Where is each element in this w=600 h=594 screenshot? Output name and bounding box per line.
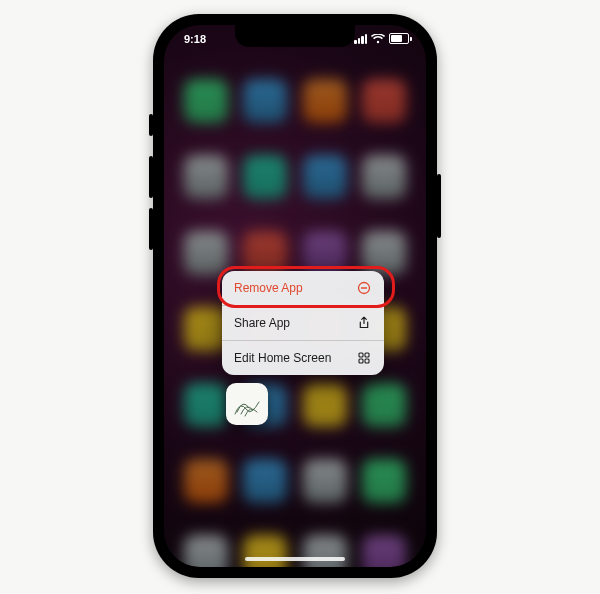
volume-up-button[interactable] [149,156,153,198]
volume-down-button[interactable] [149,208,153,250]
menu-item-label: Share App [234,316,290,330]
iphone-frame: 9:18 [153,14,437,578]
menu-item-label: Remove App [234,281,303,295]
battery-icon [389,33,412,44]
menu-item-label: Edit Home Screen [234,351,331,365]
phone-screen: 9:18 [164,25,426,567]
share-icon [356,315,372,331]
mute-switch[interactable] [149,114,153,136]
notch [235,25,355,47]
app-context-menu: Remove App Share App Edi [222,271,384,375]
svg-rect-5 [365,359,369,363]
power-button[interactable] [437,174,441,238]
remove-icon [356,280,372,296]
home-indicator[interactable] [245,557,345,561]
svg-rect-2 [359,353,363,357]
remove-app-button[interactable]: Remove App [222,271,384,306]
share-app-button[interactable]: Share App [222,306,384,341]
edit-home-screen-button[interactable]: Edit Home Screen [222,341,384,375]
selected-app-icon[interactable] [226,383,268,425]
svg-rect-4 [359,359,363,363]
edit-grid-icon [356,350,372,366]
svg-rect-3 [365,353,369,357]
wifi-icon [371,34,385,44]
cellular-signal-icon [354,34,367,44]
status-time: 9:18 [184,33,206,45]
